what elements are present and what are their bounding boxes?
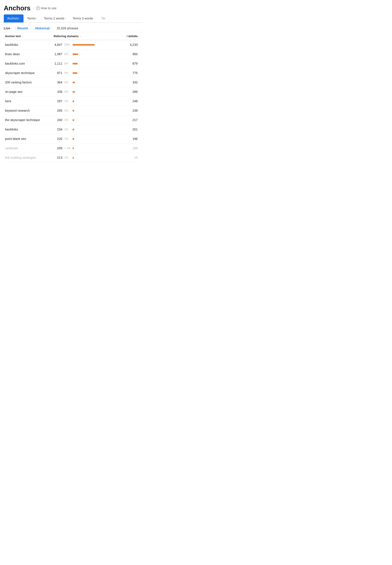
referring-domains-cell: 2401%	[52, 115, 115, 125]
tab-terms[interactable]: Terms i	[24, 14, 40, 22]
percentage-bar	[73, 54, 78, 55]
tab-terms2words-info: i	[65, 17, 66, 20]
table-row[interactable]: brian dean1,0875%950	[4, 50, 139, 59]
ref-domains-percent: 5%	[64, 62, 71, 65]
tab-ter-label: Ter	[101, 17, 106, 20]
dofollow-cell: 950	[115, 50, 139, 59]
th-dofollow: / dofollo	[115, 32, 139, 40]
dofollow-cell: 332	[115, 78, 139, 87]
th-referring-domains-label: Referring domains	[54, 35, 79, 38]
table-row[interactable]: keyword research2651%239	[4, 106, 139, 115]
bar-container	[73, 148, 113, 149]
bar-container	[73, 82, 113, 83]
tab-ter-partial[interactable]: Ter	[98, 14, 109, 22]
dofollow-cell: 775	[115, 68, 139, 78]
table-row[interactable]: rankbrain209< 1%189	[4, 144, 139, 153]
table-row[interactable]: point blank seo2261%196	[4, 134, 139, 144]
tab-terms2words[interactable]: Terms 2 words i	[41, 14, 69, 22]
bar-container	[73, 100, 113, 102]
subnav-historical-info: i	[50, 27, 51, 29]
th-referring-domains: Referring domains i	[52, 32, 115, 40]
referring-domains-cell: 2651%	[52, 106, 115, 115]
subnav-divider-1: |	[15, 27, 16, 30]
table-row[interactable]: here2971%248	[4, 97, 139, 106]
anchor-text-cell: backlinks	[4, 125, 52, 134]
anchor-text-cell: brian dean	[4, 50, 52, 59]
bar-container	[73, 91, 113, 93]
dofollow-cell: 286	[115, 87, 139, 97]
referring-domains-cell: 2971%	[52, 97, 115, 106]
referring-domains-cell: 8714%	[52, 68, 115, 78]
ref-domains-number: 871	[54, 71, 62, 75]
tab-terms3words[interactable]: Terms 3 words i	[69, 14, 98, 22]
tab-anchors-info: i	[20, 17, 20, 20]
dofollow-cell: 189	[115, 144, 139, 153]
th-dofollow-label: / dofollo	[127, 35, 138, 38]
anchor-text-cell: backlinko.com	[4, 59, 52, 68]
tab-anchors[interactable]: Anchors i	[4, 14, 24, 22]
subnav-recent[interactable]: Recent i	[17, 27, 32, 30]
dofollow-cell: 196	[115, 134, 139, 144]
ref-domains-number: 1,111	[54, 62, 62, 65]
ref-domains-percent: 4%	[64, 71, 71, 75]
ref-domains-number: 297	[54, 99, 62, 103]
table-row[interactable]: backlinks2341%201	[4, 125, 139, 134]
table-row[interactable]: 200 ranking factors3642%332	[4, 78, 139, 87]
anchor-text-cell: here	[4, 97, 52, 106]
question-icon: ?	[36, 6, 40, 10]
table-wrapper: Anchor text i Referring domains i / dofo…	[0, 32, 143, 162]
percentage-bar	[73, 129, 74, 130]
page-title: Anchors	[4, 4, 30, 12]
ref-domains-number: 240	[54, 118, 62, 122]
ref-domains-number: 226	[54, 137, 62, 141]
bar-container	[73, 129, 113, 130]
ref-domains-percent: 1%	[64, 109, 71, 112]
percentage-bar	[73, 110, 74, 112]
anchor-text-cell: keyword research	[4, 106, 52, 115]
title-info-icon[interactable]: i	[33, 7, 34, 10]
percentage-bar	[73, 148, 74, 149]
ref-domains-number: 213	[54, 156, 62, 159]
dofollow-cell: 15	[115, 153, 139, 162]
ref-domains-percent: 5%	[64, 53, 71, 56]
table-row[interactable]: the skyscraper technique2401%217	[4, 115, 139, 125]
th-referring-domains-info: i	[80, 35, 81, 38]
subnav-divider-2: |	[33, 27, 34, 30]
table-row[interactable]: on-page seo3392%286	[4, 87, 139, 97]
table-row[interactable]: link building strategies2131%15	[4, 153, 139, 162]
ref-domains-percent: 2%	[64, 81, 71, 84]
ref-domains-percent: 1%	[64, 128, 71, 131]
referring-domains-cell: 2261%	[52, 134, 115, 144]
percentage-bar	[73, 138, 74, 140]
tab-anchors-label: Anchors	[7, 17, 19, 20]
how-to-use-link[interactable]: ? How to use	[36, 6, 56, 10]
ref-domains-number: 4,847	[54, 43, 62, 47]
anchor-text-cell: 200 ranking factors	[4, 78, 52, 87]
tabs-bar: Anchors i Terms i Terms 2 words i Terms …	[0, 14, 143, 23]
table-header-row: Anchor text i Referring domains i / dofo…	[4, 32, 139, 40]
ref-domains-number: 364	[54, 81, 62, 84]
percentage-bar	[73, 91, 75, 93]
tab-terms2words-label: Terms 2 words	[44, 17, 64, 20]
anchor-text-cell: the skyscraper technique	[4, 115, 52, 125]
bar-container	[73, 110, 113, 112]
subnav-live[interactable]: Live i	[4, 27, 14, 30]
sub-navigation: Live i | Recent i | Historical i 25,926 …	[0, 23, 143, 32]
referring-domains-cell: 209< 1%	[52, 144, 115, 153]
table-row[interactable]: backlinko4,84723%4,233	[4, 40, 139, 50]
th-anchor-text: Anchor text i	[4, 32, 52, 40]
bar-container	[73, 138, 113, 140]
bar-container	[73, 54, 113, 55]
percentage-bar	[73, 72, 77, 74]
ref-domains-number: 339	[54, 90, 62, 94]
ref-domains-percent: 23%	[64, 43, 71, 46]
bar-container	[73, 119, 113, 121]
subnav-historical[interactable]: Historical i	[35, 27, 54, 30]
referring-domains-cell: 4,84723%	[52, 40, 115, 50]
phrases-count: 25,926 phrases	[56, 27, 78, 30]
referring-domains-cell: 3642%	[52, 78, 115, 87]
tab-terms3words-label: Terms 3 words	[73, 17, 93, 20]
table-row[interactable]: backlinko.com1,1115%879	[4, 59, 139, 68]
anchor-text-cell: link building strategies	[4, 153, 52, 162]
table-row[interactable]: skyscraper technique8714%775	[4, 68, 139, 78]
